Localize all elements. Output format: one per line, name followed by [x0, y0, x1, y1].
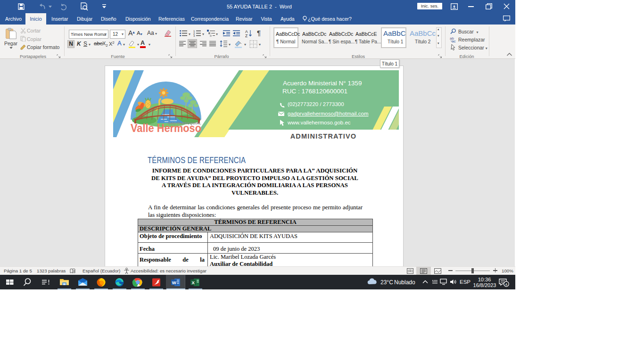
svg-text:RUC : 1768120600001: RUC : 1768120600001	[282, 88, 347, 95]
svg-text:GAD PARROQUIAL: GAD PARROQUIAL	[168, 121, 201, 125]
svg-text:(02)2773220 / 2773300: (02)2773220 / 2773300	[288, 101, 344, 107]
svg-text:Z: Z	[245, 33, 248, 38]
svg-text:3: 3	[193, 34, 195, 37]
svg-text:X: X	[192, 280, 195, 285]
svg-text:www.vallehermoso.gob.ec: www.vallehermoso.gob.ec	[287, 120, 351, 125]
svg-text:gadprvallehermoso@hotmail.com: gadprvallehermoso@hotmail.com	[288, 111, 368, 116]
svg-text:Acuerdo Ministerial N° 1359: Acuerdo Ministerial N° 1359	[283, 80, 362, 87]
svg-text:ac: ac	[452, 39, 455, 42]
svg-text:W: W	[172, 280, 176, 285]
svg-text:4: 4	[505, 282, 507, 287]
